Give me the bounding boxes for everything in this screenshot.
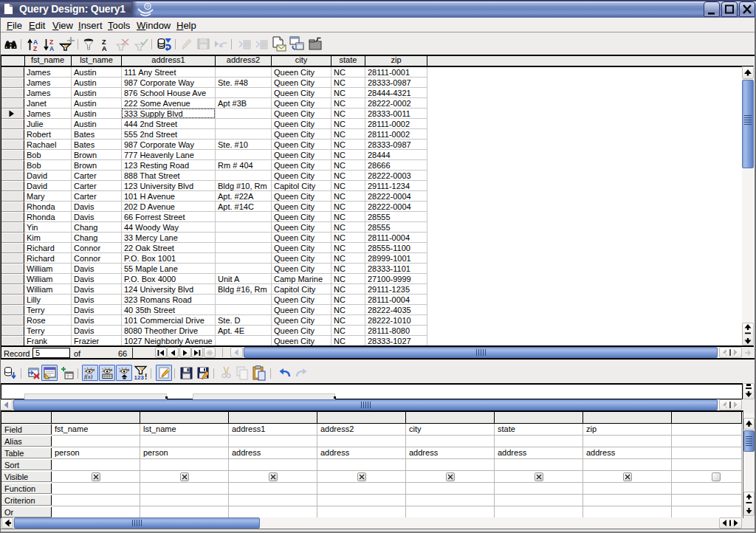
svg-text:A: A <box>102 45 107 51</box>
svg-text:Z: Z <box>33 45 37 52</box>
svg-text:A: A <box>49 45 54 52</box>
svg-text:!: ! <box>145 373 147 380</box>
svg-text:f(x): f(x) <box>84 374 92 379</box>
svg-text:123: 123 <box>134 374 145 380</box>
